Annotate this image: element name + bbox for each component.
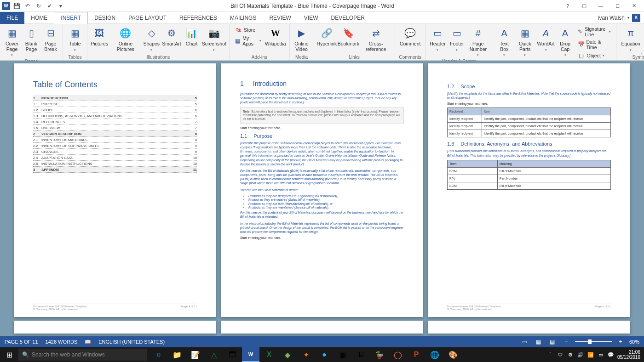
tab-page-layout[interactable]: PAGE LAYOUT	[122, 12, 173, 24]
start-button[interactable]: ⊞	[0, 347, 18, 362]
smartart-button[interactable]: ⚙SmartArt	[161, 25, 181, 48]
print-layout-icon[interactable]: ▦	[534, 338, 544, 346]
equation-button[interactable]: πEquation▾	[619, 25, 642, 53]
cross-reference-button[interactable]: ⇄Cross-reference	[360, 25, 392, 53]
taskbar-app-icon[interactable]: ✦	[297, 347, 315, 362]
maximize-button[interactable]: ◻	[611, 1, 624, 11]
taskbar-app-icon[interactable]: 🖥	[352, 347, 370, 362]
undo-icon[interactable]: ↶	[23, 1, 32, 11]
definitions-table: TermMeaningBOMBill of MaterialsP/NPart N…	[447, 160, 611, 190]
search-box[interactable]: 🔍Search the web and Windows	[18, 349, 147, 361]
drop-cap-button[interactable]: ADrop Cap▾	[556, 25, 575, 58]
taskbar-word-icon[interactable]: W	[242, 347, 259, 362]
store-button[interactable]: 🛍Store	[233, 26, 263, 34]
help-icon[interactable]: ?	[561, 1, 574, 11]
read-mode-icon[interactable]: ▭	[520, 338, 530, 346]
redo-icon[interactable]: ↻	[34, 1, 43, 11]
online-pictures-button[interactable]: 🌐Online Pictures	[109, 25, 141, 53]
header-button[interactable]: ▭Header▾	[428, 25, 447, 53]
tab-design[interactable]: DESIGN	[88, 12, 122, 24]
blank-page-button[interactable]: ▯Blank Page	[22, 25, 40, 53]
taskbar-edge-icon[interactable]: e	[150, 347, 167, 362]
proofing-icon[interactable]: 📖	[85, 339, 91, 345]
tab-home[interactable]: HOME	[24, 12, 54, 24]
taskbar-app-icon[interactable]: 🗔	[224, 347, 241, 362]
footer-button[interactable]: ▭Footer▾	[448, 25, 466, 53]
text-box-button[interactable]: AText Box▾	[495, 25, 513, 58]
word-count[interactable]: 1428 WORDS	[46, 339, 78, 345]
group-links: Links	[349, 54, 360, 60]
zoom-slider[interactable]	[575, 341, 612, 342]
tray-volume-icon[interactable]: 🔊	[577, 351, 584, 358]
chart-button[interactable]: 📊Chart	[183, 25, 201, 48]
save-icon[interactable]: 💾	[12, 1, 21, 11]
tray-chevron-icon[interactable]: ˆ	[546, 351, 554, 358]
taskbar-excel-icon[interactable]: X	[260, 347, 278, 362]
taskbar-explorer-icon[interactable]: 📁	[168, 347, 186, 362]
language-status[interactable]: ENGLISH (UNITED STATES)	[98, 339, 165, 345]
user-avatar[interactable]: K	[632, 14, 640, 22]
taskbar-powerpoint-icon[interactable]: P	[408, 347, 425, 362]
group-tables: Tables	[69, 54, 82, 60]
customize-qat-icon[interactable]: ▾	[56, 1, 65, 11]
collapse-ribbon-icon[interactable]: ˆ	[641, 53, 642, 58]
date-time-button[interactable]: 📅Date & Time	[576, 39, 613, 51]
tray-network-icon[interactable]: 📶	[587, 351, 594, 358]
taskbar-app-icon[interactable]: ◯	[389, 347, 407, 362]
document-area[interactable]: Table of Contents 1Introduction51.1Purpo…	[0, 61, 644, 336]
online-video-button[interactable]: ▶Online Video	[293, 25, 311, 53]
zoom-level[interactable]: 60%	[629, 339, 639, 345]
hyperlink-button[interactable]: 🔗Hyperlink	[317, 25, 337, 48]
close-button[interactable]: ✕	[627, 1, 640, 11]
cover-page-button[interactable]: ▦Cover Page▾	[3, 25, 21, 58]
page-intro: 1Introduction [Introduce the document by…	[221, 63, 423, 317]
tray-icon[interactable]: ▭	[597, 351, 604, 358]
web-layout-icon[interactable]: ▤	[547, 338, 558, 346]
taskbar-app-icon[interactable]: ◆	[279, 347, 296, 362]
tray-icon[interactable]: ⚙	[567, 351, 574, 358]
wordart-button[interactable]: AWordArt▾	[537, 25, 555, 53]
taskbar-app-icon[interactable]: 🎨	[444, 347, 462, 362]
taskbar-app-icon[interactable]: ●	[316, 347, 333, 362]
page-number-button[interactable]: #Page Number▾	[467, 25, 489, 58]
screenshot-button[interactable]: 📷Screenshot▾	[202, 25, 226, 53]
toc-row: 2.5Installation Instructions10	[33, 161, 197, 167]
table-button[interactable]: ▦Table▾	[66, 25, 84, 53]
tab-references[interactable]: REFERENCES	[173, 12, 224, 24]
page-break-button[interactable]: ⊟Page Break	[41, 25, 60, 53]
object-button[interactable]: ▢Object ▾	[576, 51, 613, 60]
quick-parts-button[interactable]: ▦Quick Parts▾	[514, 25, 535, 58]
bookmark-button[interactable]: 🔖Bookmark	[338, 25, 359, 48]
page-stub	[14, 321, 216, 334]
tab-developer[interactable]: DEVELOPER	[324, 12, 371, 24]
page-status[interactable]: PAGE 5 OF 11	[5, 339, 38, 345]
toc-row: 1.2Scope6	[33, 107, 197, 113]
tray-notifications-icon[interactable]: 💬	[607, 351, 615, 358]
tab-view[interactable]: VIEW	[298, 12, 325, 24]
user-name[interactable]: Ivan Walsh	[598, 15, 625, 21]
zoom-in-button[interactable]: +	[615, 338, 626, 346]
word-icon: W	[2, 2, 10, 10]
title-bar: W 💾 ↶ ↻ ✔ ▾ Bill Of Materials Template -…	[0, 0, 644, 12]
tab-mailings[interactable]: MAILINGS	[224, 12, 263, 24]
taskbar-drive-icon[interactable]: △	[205, 347, 223, 362]
clock[interactable]: 21:0605/12/2016	[617, 350, 640, 360]
zoom-out-button[interactable]: −	[561, 338, 571, 346]
comment-button[interactable]: 💬Comment	[398, 25, 423, 48]
taskbar-app-icon[interactable]: ▦	[334, 347, 351, 362]
taskbar-chrome-icon[interactable]: 🌐	[426, 347, 443, 362]
tab-file[interactable]: FILE	[0, 12, 24, 24]
spellcheck-icon[interactable]: ✔	[45, 1, 54, 11]
tab-insert[interactable]: INSERT	[54, 12, 88, 24]
my-apps-button[interactable]: ▦My Apps ▾	[233, 35, 263, 47]
pictures-button[interactable]: 🖼Pictures	[90, 25, 109, 48]
wikipedia-button[interactable]: WWikipedia	[264, 25, 286, 48]
tab-review[interactable]: REVIEW	[263, 12, 297, 24]
minimize-button[interactable]: —	[594, 1, 607, 11]
taskbar-notepad-icon[interactable]: 📝	[187, 347, 204, 362]
signature-line-button[interactable]: ✎Signature Line ▾	[576, 26, 613, 38]
ribbon-options-icon[interactable]: ▢	[578, 1, 591, 11]
taskbar-app-icon[interactable]: 🦆	[371, 347, 388, 362]
tray-icon[interactable]: 🛡	[557, 351, 564, 358]
shapes-button[interactable]: ◇Shapes▾	[142, 25, 161, 53]
